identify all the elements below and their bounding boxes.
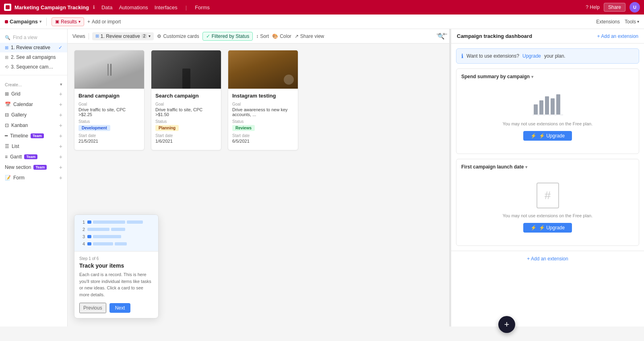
find-view-search[interactable]: 🔍 Find a view (0, 32, 67, 43)
tutorial-previous-button[interactable]: Previous (79, 303, 106, 313)
plus-icon-kanban[interactable]: + (59, 122, 62, 129)
tools-dropdown[interactable]: Tools ▾ (625, 19, 639, 25)
start-date-label-brand: Start date (78, 133, 140, 138)
campaign-card-instagram[interactable]: Instagram testing Goal Drive awareness t… (228, 50, 298, 150)
app-logo (4, 4, 11, 11)
view3-icon: ⟲ (5, 64, 8, 70)
create-section: Create... ▾ (0, 80, 67, 89)
calendar-icon: 📅 (5, 102, 11, 107)
user-avatar[interactable]: U (630, 2, 640, 12)
tutorial-row-4: 4 (79, 241, 153, 246)
chevron-down-icon-view: ▾ (149, 34, 151, 38)
card-body-brand: Brand campaign Goal Drive traffic to sit… (74, 89, 144, 150)
status-badge-search: Planning (155, 125, 179, 131)
share-view-button[interactable]: ↗ Share view (295, 33, 324, 39)
launch-upgrade-button[interactable]: ⚡ ⚡ Upgrade (523, 223, 572, 233)
sidebar-item-gallery[interactable]: ⊟ Gallery + (0, 110, 67, 120)
campaign-card-search[interactable]: Search campaign Goal Drive traffic to si… (151, 50, 221, 150)
sidebar-item-list[interactable]: ☰ List + (0, 141, 67, 152)
tutorial-description: Each card is a record. This is here you'… (79, 271, 153, 298)
svg-rect-0 (534, 104, 538, 114)
customize-cards-button[interactable]: ⚙ Customize cards (157, 33, 199, 39)
chevron-down-launch: ▾ (525, 165, 527, 169)
filtered-by-status-button[interactable]: ✓ Filtered by Status (202, 32, 253, 41)
plus-icon-new-section[interactable]: + (59, 164, 62, 170)
goal-value-instagram: Drive awareness to new key accounts, ... (232, 107, 294, 117)
goal-label-search: Goal (155, 102, 217, 106)
plus-icon-grid[interactable]: + (59, 91, 62, 97)
nav-data[interactable]: Data (101, 4, 112, 10)
plus-icon-gantt[interactable]: + (59, 154, 62, 160)
sidebar-item-gantt[interactable]: ≡ Gantt Team + (0, 152, 67, 162)
campaign-card-brand[interactable]: Brand campaign Goal Drive traffic to sit… (74, 50, 144, 150)
nav-menu: Data Automations Interfaces | Forms (101, 4, 210, 10)
row-bar-3a (93, 235, 121, 238)
tutorial-next-button[interactable]: Next (109, 303, 131, 313)
active-view-tab[interactable]: ⊞ 1. Review creative 2 ▾ (92, 32, 154, 40)
sort-button[interactable]: ↕ Sort (256, 33, 269, 39)
row-bar-1a (93, 220, 125, 224)
row-bar-accent-3 (87, 235, 91, 238)
results-button[interactable]: ▣ Results ▾ (52, 17, 84, 26)
color-button[interactable]: 🎨 Color (272, 33, 291, 39)
sidebar-item-kanban[interactable]: ⊡ Kanban + (0, 120, 67, 131)
launch-date-title[interactable]: First campaign launch date ▾ (461, 164, 634, 170)
grid-icon: ⊞ (5, 91, 9, 97)
bar-chart-svg (532, 92, 564, 116)
nav-forms[interactable]: Forms (195, 4, 210, 10)
sidebar-item-view3[interactable]: ⟲ 3. Sequence campaigns on a tim... (0, 62, 67, 72)
help-button[interactable]: ? Help (586, 4, 600, 10)
status-label-brand: Status (78, 119, 140, 124)
gallery-icon: ⊟ (5, 112, 9, 118)
plus-icon-gallery[interactable]: + (59, 112, 62, 118)
kanban-icon: ⊡ (5, 123, 9, 128)
help-icon: ? (586, 4, 588, 10)
row-bar-1b (127, 220, 143, 224)
search-icon: 🔍 (5, 35, 10, 40)
plus-icon-calendar[interactable]: + (59, 101, 62, 108)
card-body-search: Search campaign Goal Drive traffic to si… (151, 89, 221, 150)
spend-upgrade-button[interactable]: ⚡ ⚡ Upgrade (523, 131, 572, 141)
tutorial-content: Step 1 of 6 Track your items Each card i… (74, 252, 158, 318)
add-extension-footer-button[interactable]: + Add an extension (451, 251, 644, 266)
row-bar-2b (111, 228, 125, 231)
add-extension-header-button[interactable]: + Add an extension (597, 33, 638, 39)
sidebar-item-calendar[interactable]: 📅 Calendar + (0, 99, 67, 110)
nav-interfaces[interactable]: Interfaces (155, 4, 178, 10)
upgrade-icon: ⚡ (530, 133, 537, 139)
app-title: Marketing Campaign Tracking (14, 4, 89, 10)
nav-automations[interactable]: Automations (119, 4, 148, 10)
plus-icon-form[interactable]: + (59, 175, 62, 181)
spend-chart-area: You may not use extensions on the Free p… (461, 84, 634, 149)
gantt-team-badge: Team (24, 154, 37, 159)
sidebar-item-view2[interactable]: ⊞ 2. See all campaigns (0, 52, 67, 62)
plus-icon-timeline[interactable]: + (59, 133, 62, 139)
add-or-import-button[interactable]: + Add or import (87, 19, 121, 25)
plus-icon: + (87, 19, 90, 25)
share-button[interactable]: Share (604, 3, 625, 12)
upgrade-link[interactable]: Upgrade (522, 53, 541, 59)
create-label[interactable]: Create... ▾ (5, 82, 62, 87)
views-label[interactable]: Views (72, 33, 85, 39)
sidebar-item-view1[interactable]: ⊞ 1. Review creative ✓ (0, 43, 67, 52)
extensions-button[interactable]: Extensions (596, 19, 620, 25)
share-icon: ↗ (295, 33, 299, 39)
svg-rect-4 (556, 94, 560, 114)
right-panel: Campaign tracking dashboard + Add an ext… (451, 29, 644, 326)
start-date-value-instagram: 6/5/2021 (232, 139, 294, 143)
sidebar-item-grid[interactable]: ⊞ Grid + (0, 89, 67, 99)
timeline-icon: ━ (5, 133, 8, 139)
goal-label-instagram: Goal (232, 102, 294, 106)
sidebar-item-form[interactable]: 📝 Form + (0, 173, 67, 183)
tutorial-rows: 1 2 (79, 220, 153, 246)
sidebar-item-new-section[interactable]: New section Team + (0, 162, 67, 173)
spend-summary-title[interactable]: Spend summary by campaign ▾ (461, 74, 634, 79)
tutorial-row-3: 3 (79, 234, 153, 239)
app-info-icon[interactable]: ℹ (93, 4, 95, 10)
right-panel-header: Campaign tracking dashboard + Add an ext… (451, 29, 644, 44)
campaigns-dropdown[interactable]: Campaigns ▾ (5, 19, 41, 25)
card-title-search: Search campaign (155, 93, 217, 99)
sidebar-item-timeline[interactable]: ━ Timeline Team + (0, 131, 67, 141)
customize-icon: ⚙ (157, 33, 161, 39)
plus-icon-list[interactable]: + (59, 143, 62, 150)
